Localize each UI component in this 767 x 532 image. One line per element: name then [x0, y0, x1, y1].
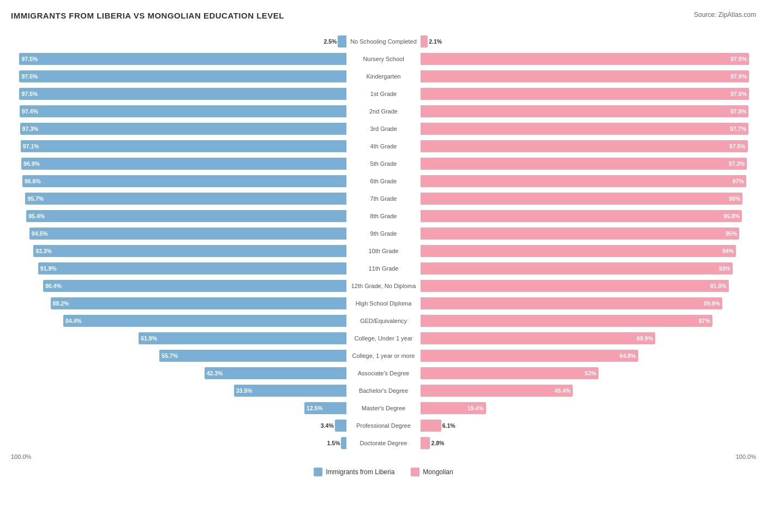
bar-left: 97.1%: [21, 140, 346, 152]
left-section: 3.4%: [11, 418, 346, 433]
bar-right: 45.4%: [421, 385, 573, 397]
axis-left: 100.0%: [11, 453, 31, 460]
bar-row: 97.4% 2nd Grade 97.8%: [11, 103, 756, 119]
legend-mongolian-box: [411, 468, 420, 476]
chart-area: 2.5% No Schooling Completed 2.1% 97.5% N…: [11, 33, 756, 451]
bar-right: 95.8%: [421, 210, 742, 222]
bar-left: 97.4%: [20, 105, 346, 117]
bar-val-liberia: 55.7%: [161, 352, 178, 359]
bar-row: 93.3% 10th Grade 94%: [11, 243, 756, 259]
chart-title: IMMIGRANTS FROM LIBERIA VS MONGOLIAN EDU…: [11, 11, 284, 20]
bar-row: 88.2% High School Diploma 89.9%: [11, 295, 756, 312]
bar-row: 90.4% 12th Grade, No Diploma 91.8%: [11, 278, 756, 294]
bar-val-mongolian: 97%: [733, 178, 744, 184]
bar-left: 2.5%: [338, 35, 346, 47]
bar-val-liberia: 97.5%: [21, 73, 38, 80]
bar-label: College, 1 year or more: [346, 352, 421, 359]
bar-right: 97.9%: [421, 88, 749, 100]
bar-row: 97.5% 1st Grade 97.9%: [11, 86, 756, 102]
right-section: 89.9%: [421, 296, 756, 311]
bar-right: 91.8%: [421, 280, 728, 292]
right-section: 97.7%: [421, 121, 756, 136]
right-section: 45.4%: [421, 383, 756, 398]
bar-val-liberia: 95.4%: [28, 213, 45, 219]
bar-label: GED/Equivalency: [346, 318, 421, 324]
bar-label: Kindergarten: [346, 73, 421, 80]
bar-row: 33.5% Bachelor's Degree 45.4%: [11, 382, 756, 399]
bar-right: 97.3%: [421, 158, 747, 170]
bar-right: 97.5%: [421, 140, 747, 152]
bar-right: 95%: [421, 228, 739, 240]
bar-val-mongolian: 19.4%: [468, 405, 484, 411]
bars-wrapper: 88.2% High School Diploma 89.9%: [11, 296, 756, 311]
bar-left: 12.5%: [304, 402, 346, 414]
bar-label: 2nd Grade: [346, 108, 421, 115]
left-section: 2.5%: [11, 34, 346, 49]
bar-val-mongolian: 97.7%: [730, 125, 746, 132]
right-section: 97.8%: [421, 104, 756, 119]
left-section: 94.5%: [11, 226, 346, 241]
chart-source: Source: ZipAtlas.com: [694, 11, 756, 19]
bar-val-liberia-outside: 3.4%: [321, 422, 334, 429]
right-section: 53%: [421, 366, 756, 381]
bar-val-liberia: 33.5%: [236, 387, 253, 394]
left-section: 97.3%: [11, 121, 346, 136]
bar-row: 84.4% GED/Equivalency 87%: [11, 313, 756, 329]
bar-left: 91.9%: [38, 262, 346, 274]
bar-val-liberia-outside: 1.5%: [327, 440, 340, 446]
bars-wrapper: 95.7% 7th Grade 96%: [11, 191, 756, 206]
bar-val-liberia: 96.9%: [23, 160, 40, 167]
right-section: 93%: [421, 261, 756, 276]
bar-right: 97.9%: [421, 70, 749, 82]
left-section: 1.5%: [11, 435, 346, 451]
bar-val-liberia: 97.1%: [23, 143, 39, 150]
left-section: 88.2%: [11, 296, 346, 311]
bar-left: 33.5%: [234, 385, 346, 397]
right-section: 97.9%: [421, 51, 756, 67]
right-section: 2.1%: [421, 34, 756, 49]
left-section: 97.5%: [11, 86, 346, 101]
axis-right: 100.0%: [736, 453, 756, 460]
bar-right: 89.9%: [421, 297, 722, 309]
bar-val-mongolian: 97.9%: [730, 73, 747, 80]
left-section: 12.5%: [11, 401, 346, 416]
bar-right: 94%: [421, 245, 736, 257]
bar-val-liberia: 97.4%: [22, 108, 38, 115]
bar-right: 97.9%: [421, 53, 749, 65]
bar-val-mongolian-outside: 6.1%: [442, 422, 456, 429]
bars-wrapper: 90.4% 12th Grade, No Diploma 91.8%: [11, 278, 756, 294]
bar-label: Bachelor's Degree: [346, 387, 421, 394]
bar-val-liberia: 42.3%: [207, 370, 223, 376]
bar-val-liberia-outside: 2.5%: [323, 38, 337, 45]
bar-label: Associate's Degree: [346, 370, 421, 376]
bar-label: 1st Grade: [346, 91, 421, 97]
bars-wrapper: 97.3% 3rd Grade 97.7%: [11, 121, 756, 136]
bars-wrapper: 42.3% Associate's Degree 53%: [11, 366, 756, 381]
bar-right: 2.1%: [421, 35, 428, 47]
bar-row: 94.5% 9th Grade 95%: [11, 225, 756, 242]
bar-row: 91.9% 11th Grade 93%: [11, 260, 756, 277]
bar-left: 93.3%: [33, 245, 346, 257]
right-section: 95%: [421, 226, 756, 241]
bar-right: 53%: [421, 367, 598, 379]
bars-wrapper: 97.1% 4th Grade 97.5%: [11, 139, 756, 154]
bar-row: 97.5% Kindergarten 97.9%: [11, 68, 756, 85]
bar-row: 42.3% Associate's Degree 53%: [11, 365, 756, 381]
right-section: 64.8%: [421, 348, 756, 363]
left-section: 91.9%: [11, 261, 346, 276]
legend-mongolian-label: Mongolian: [423, 468, 453, 476]
bar-val-mongolian-outside: 2.8%: [431, 440, 444, 446]
bar-left: 84.4%: [63, 315, 346, 327]
bar-val-mongolian: 53%: [585, 370, 596, 376]
bar-val-liberia: 93.3%: [35, 248, 52, 254]
bars-wrapper: 1.5% Doctorate Degree 2.8%: [11, 435, 756, 451]
right-section: 95.8%: [421, 208, 756, 224]
bar-val-liberia: 12.5%: [307, 405, 323, 411]
bar-label: 12th Grade, No Diploma: [346, 283, 421, 289]
legend-liberia-label: Immigrants from Liberia: [326, 468, 394, 476]
right-section: 94%: [421, 243, 756, 259]
bar-right: 6.1%: [421, 420, 441, 432]
bar-left: 96.9%: [21, 158, 346, 170]
bar-row: 12.5% Master's Degree 19.4%: [11, 400, 756, 416]
right-section: 97%: [421, 174, 756, 189]
